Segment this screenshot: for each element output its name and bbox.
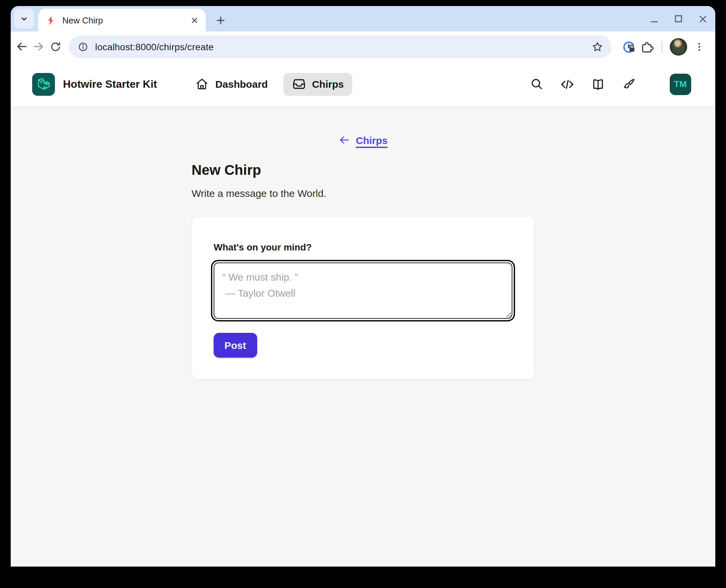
password-manager-icon[interactable] (620, 37, 638, 56)
toolbar-divider (662, 41, 662, 52)
brand[interactable]: Hotwire Starter Kit (32, 73, 157, 96)
site-info-icon[interactable] (78, 41, 88, 52)
chirp-textarea[interactable] (214, 262, 512, 319)
nav-item-chirps[interactable]: Chirps (283, 73, 353, 96)
url-text[interactable]: localhost:8000/chirps/create (95, 41, 585, 52)
app-navbar: Hotwire Starter Kit Dashboard Chirps (11, 62, 715, 107)
nav-item-label: Dashboard (215, 78, 268, 90)
window-controls (650, 6, 707, 31)
browser-toolbar: localhost:8000/chirps/create (11, 31, 715, 62)
reload-button[interactable] (47, 38, 64, 55)
back-link-label: Chirps (356, 134, 388, 146)
nav-item-dashboard[interactable]: Dashboard (187, 73, 276, 96)
home-icon (195, 77, 209, 91)
post-button[interactable]: Post (214, 333, 257, 358)
brand-name: Hotwire Starter Kit (63, 78, 157, 90)
brush-icon[interactable] (622, 77, 636, 91)
browser-profile-avatar[interactable] (670, 38, 687, 55)
page-subtitle: Write a message to the World. (191, 188, 535, 199)
window-close-button[interactable] (698, 14, 707, 23)
page-content: Chirps New Chirp Write a message to the … (11, 107, 715, 567)
minimize-button[interactable] (650, 14, 659, 23)
bookmark-star-icon[interactable] (592, 41, 603, 52)
laravel-logo-icon (32, 73, 55, 96)
page-title: New Chirp (191, 162, 535, 178)
screen: New Chirp (0, 0, 726, 588)
tab-title: New Chirp (62, 15, 182, 25)
extensions-icon[interactable] (638, 37, 657, 56)
back-button[interactable] (14, 38, 30, 55)
maximize-button[interactable] (674, 14, 683, 23)
browser-tab[interactable]: New Chirp (38, 9, 206, 31)
back-link[interactable]: Chirps (338, 134, 388, 146)
code-icon[interactable] (560, 77, 575, 91)
chirp-field-label: What's on your mind? (214, 242, 312, 252)
nav-items: Dashboard Chirps (187, 73, 353, 96)
arrow-left-icon (338, 134, 350, 146)
bolt-favicon-icon (46, 15, 56, 25)
back-row: Chirps (11, 134, 715, 146)
user-avatar[interactable]: TM (670, 74, 691, 95)
browser-window: New Chirp (11, 6, 715, 567)
search-icon[interactable] (529, 77, 544, 91)
avatar-initials: TM (674, 79, 687, 89)
browser-menu-icon[interactable] (690, 37, 709, 56)
forward-button[interactable] (30, 38, 47, 55)
nav-item-label: Chirps (312, 78, 344, 90)
tab-search-button[interactable] (14, 9, 34, 29)
book-icon[interactable] (591, 77, 605, 91)
inbox-icon (292, 77, 306, 91)
chevron-down-icon (19, 14, 29, 23)
tab-close-button[interactable] (188, 14, 200, 26)
new-tab-button[interactable] (211, 11, 230, 29)
navbar-right: TM (529, 74, 691, 95)
url-bar[interactable]: localhost:8000/chirps/create (69, 35, 611, 58)
tab-strip: New Chirp (11, 6, 715, 31)
chirp-form-card: What's on your mind? Post (191, 216, 535, 380)
